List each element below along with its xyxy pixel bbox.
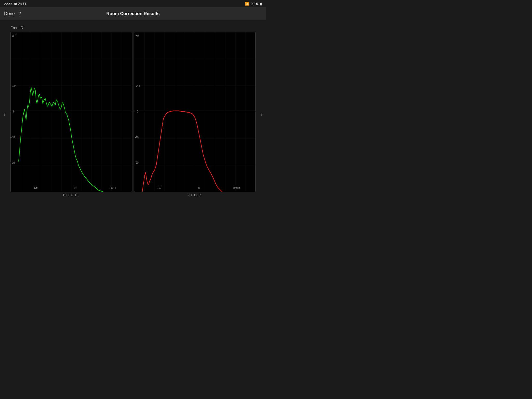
speaker-label: Front R (10, 25, 256, 30)
svg-text:+10: +10 (136, 85, 140, 88)
after-chart-svg: dB +10 0 -10 -20 100 1k 10k Hz (134, 32, 255, 192)
svg-text:-10: -10 (11, 135, 15, 138)
time-text: 22.44 (4, 2, 13, 6)
before-chart: dB +10 0 -10 -20 100 1k 10k Hz (10, 32, 132, 192)
after-chart: dB +10 0 -10 -20 100 1k 10k Hz (134, 32, 256, 192)
svg-text:10k Hz: 10k Hz (233, 186, 240, 189)
done-button[interactable]: Done (4, 11, 15, 16)
next-arrow-button[interactable]: › (258, 110, 265, 119)
nav-bar: Done ? Room Correction Results (0, 7, 266, 20)
svg-text:dB: dB (136, 34, 139, 38)
svg-text:0: 0 (137, 110, 138, 113)
svg-text:+10: +10 (12, 85, 16, 88)
nav-left-controls: Done ? (4, 11, 21, 16)
battery-icon: ▮ (260, 2, 262, 6)
help-button[interactable]: ? (18, 11, 21, 16)
svg-text:1k: 1k (198, 186, 200, 189)
charts-container: ‹ (10, 32, 256, 197)
page-title: Room Correction Results (107, 11, 160, 16)
before-chart-svg: dB +10 0 -10 -20 100 1k 10k Hz (11, 32, 132, 192)
main-content: Front R ‹ (0, 20, 266, 200)
after-chart-wrapper: dB +10 0 -10 -20 100 1k 10k Hz AFTER (134, 32, 256, 197)
time-range: to 28.11. (14, 2, 28, 6)
svg-text:0: 0 (13, 110, 15, 113)
battery-text: 92 % (251, 2, 258, 6)
before-chart-wrapper: dB +10 0 -10 -20 100 1k 10k Hz BEFORE (10, 32, 132, 197)
after-label: AFTER (134, 193, 256, 197)
prev-arrow-button[interactable]: ‹ (1, 110, 8, 119)
status-indicators: 📶 92 % ▮ (245, 2, 262, 6)
svg-text:-10: -10 (135, 135, 138, 138)
svg-text:-20: -20 (135, 161, 138, 164)
svg-text:100: 100 (157, 186, 161, 189)
status-bar: 22.44 to 28.11. 📶 92 % ▮ (0, 0, 266, 7)
svg-text:100: 100 (34, 186, 38, 189)
status-time: 22.44 to 28.11. (4, 2, 27, 6)
svg-text:dB: dB (12, 34, 15, 38)
wifi-icon: 📶 (245, 2, 249, 6)
before-label: BEFORE (10, 193, 132, 197)
svg-text:10k Hz: 10k Hz (109, 186, 116, 189)
svg-text:1k: 1k (74, 186, 77, 189)
svg-text:-20: -20 (11, 161, 15, 164)
